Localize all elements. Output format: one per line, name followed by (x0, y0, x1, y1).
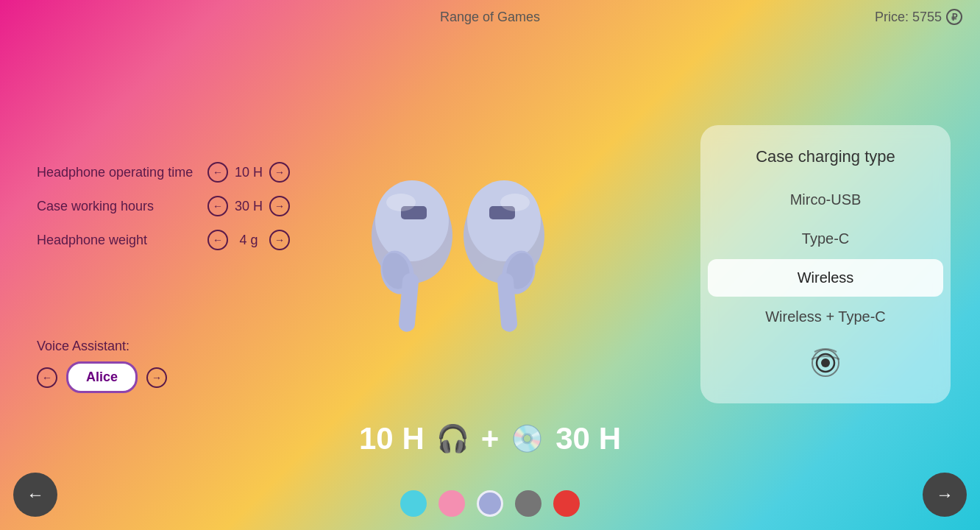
charging-option-mirco-usb[interactable]: Mirco-USB (708, 181, 943, 219)
color-dot-dark-gray[interactable] (515, 490, 542, 517)
svg-point-16 (821, 358, 830, 367)
svg-point-1 (375, 180, 449, 261)
nav-forward-button[interactable]: → (923, 473, 967, 517)
case-hours-value: 30 H (234, 199, 263, 214)
headphone-time-value: 10 H (234, 165, 263, 180)
color-dot-cyan[interactable] (400, 490, 427, 517)
case-icon: 💿 (511, 423, 544, 454)
spec-label-case-hours: Case working hours (37, 199, 199, 214)
decrement-case-hours[interactable]: ← (207, 196, 228, 216)
color-selector (400, 490, 580, 517)
spec-label-weight: Headphone weight (37, 233, 199, 248)
charging-option-wireless[interactable]: Wireless (708, 259, 943, 297)
bottom-stats: 10 H 🎧 + 💿 30 H (359, 421, 621, 456)
voice-assistant-label: Voice Assistant: (37, 339, 167, 354)
charging-panel-title: Case charging type (700, 140, 951, 180)
ruble-icon: ₽ (946, 9, 962, 25)
voice-assistant-section: Voice Assistant: ← Alice → (37, 339, 167, 393)
svg-point-6 (386, 194, 416, 211)
wireless-charging-icon (700, 337, 951, 389)
page-title: Range of Games (440, 10, 540, 25)
charging-option-type-c[interactable]: Type-C (708, 220, 943, 258)
header: Range of Games Price: 5755 ₽ (0, 0, 980, 34)
earbuds-svg (338, 147, 574, 368)
stat-time1: 10 H (359, 421, 425, 456)
spec-row-headphone-time: Headphone operating time ← 10 H → (37, 162, 290, 183)
alice-badge[interactable]: Alice (66, 361, 138, 393)
charging-option-wireless-type-c[interactable]: Wireless + Type-C (708, 298, 943, 336)
spec-label-headphone-time: Headphone operating time (37, 165, 199, 180)
price-display: Price: 5755 ₽ (875, 9, 962, 25)
svg-point-8 (467, 180, 541, 261)
specs-panel: Headphone operating time ← 10 H → Case w… (37, 162, 290, 250)
charging-type-panel: Case charging type Mirco-USB Type-C Wire… (700, 125, 951, 403)
color-dot-red[interactable] (553, 490, 580, 517)
stat-time2: 30 H (555, 421, 621, 456)
stat-plus: + (481, 421, 500, 456)
spec-row-weight: Headphone weight ← 4 g → (37, 230, 290, 250)
svg-point-13 (500, 194, 530, 211)
decrement-weight[interactable]: ← (207, 230, 228, 250)
nav-back-button[interactable]: ← (13, 473, 57, 517)
earbuds-illustration (280, 118, 633, 398)
color-dot-lavender[interactable] (477, 490, 503, 517)
next-voice-assistant[interactable]: → (146, 367, 167, 388)
weight-value: 4 g (234, 233, 263, 248)
earbuds-icon: 🎧 (436, 423, 469, 454)
color-dot-pink[interactable] (438, 490, 465, 517)
spec-row-case-hours: Case working hours ← 30 H → (37, 196, 290, 216)
decrement-headphone-time[interactable]: ← (207, 162, 228, 183)
prev-voice-assistant[interactable]: ← (37, 367, 57, 388)
